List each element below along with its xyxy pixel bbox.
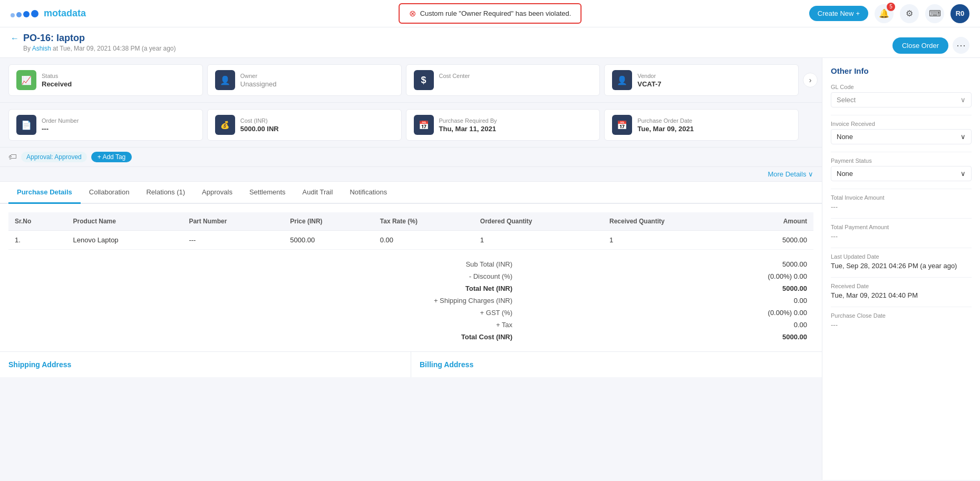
vendor-card[interactable]: 👤 Vendor VCAT-7 [604,64,799,96]
last-updated-date-label: Last Updated Date [831,253,972,260]
tab-approvals[interactable]: Approvals [193,182,241,204]
error-icon: ⊗ [409,8,416,18]
discount-row: - Discount (%) (0.00%) 0.00 [8,270,813,282]
tags-row: 🏷 Approval: Approved + Add Tag [0,148,822,167]
order-number-card[interactable]: 📄 Order Number --- [8,109,203,141]
page-actions: Close Order ⋯ [892,33,969,54]
invoice-received-dropdown[interactable]: None ∨ [831,129,972,144]
page-title-text: PO-16: laptop [23,33,85,44]
col-part-number: Part Number [182,212,284,231]
back-button[interactable]: ← [11,34,19,43]
purchase-order-date-card[interactable]: 📅 Purchase Order Date Tue, Mar 09, 2021 [604,109,799,141]
row-sr-no: 1. [8,231,67,250]
divider-5 [831,248,972,248]
purchase-required-content: Purchase Required By Thu, Mar 11, 2021 [439,117,497,133]
subtitle-by: By [23,45,31,52]
cost-center-label: Cost Center [439,73,470,79]
tab-purchase-details[interactable]: Purchase Details [8,182,81,204]
chevron-down-icon-3: ∨ [960,170,966,178]
row-price: 5000.00 [284,231,374,250]
status-card[interactable]: 📈 Status Received [8,64,203,96]
status-label: Status [42,73,72,79]
plus-icon: + [856,9,860,17]
gear-icon: ⚙ [906,8,913,18]
add-tag-button[interactable]: + Add Tag [91,152,132,162]
settings-button[interactable]: ⚙ [900,4,919,23]
discount-value: (0.00%) 0.00 [519,270,813,282]
page-title: ← PO-16: laptop [11,33,176,44]
purchase-close-date-label: Purchase Close Date [831,312,972,319]
chevron-down-icon: ∨ [960,96,966,104]
total-invoice-amount-label: Total Invoice Amount [831,194,972,201]
cost-inr-card[interactable]: 💰 Cost (INR) 5000.00 INR [207,109,402,141]
shipping-value: 0.00 [519,295,813,307]
purchase-required-icon: 📅 [414,115,434,135]
tag-icon: 🏷 [8,152,17,162]
divider-1 [831,115,972,115]
vendor-value: VCAT-7 [637,80,661,88]
topnav: motadata ⊗ Custom rule "Owner Required" … [0,0,980,27]
payment-status-value: None [837,170,853,178]
cost-center-value [439,80,470,88]
gl-code-value: Select [837,96,856,104]
total-net-label: Total Net (INR) [8,282,519,295]
close-order-button[interactable]: Close Order [892,37,948,54]
info-cards-row1: 📈 Status Received 👤 Owner Unassigned $ C… [0,58,822,103]
avatar-button[interactable]: R0 [950,4,969,23]
divider-4 [831,218,972,219]
order-number-label: Order Number [42,117,79,124]
owner-card[interactable]: 👤 Owner Unassigned [207,64,402,96]
logo-text-dark: mota [44,8,66,18]
right-sidebar: Other Info GL Code Select ∨ Invoice Rece… [822,58,980,480]
payment-status-dropdown[interactable]: None ∨ [831,166,972,181]
tab-settlements[interactable]: Settlements [241,182,294,204]
logo: motadata [11,8,86,19]
purchase-order-date-icon: 📅 [612,115,632,135]
author-link[interactable]: Ashish [32,45,51,52]
nav-right: Create New + 🔔 5 ⚙ ⌨ R0 [809,4,969,23]
total-cost-value: 5000.00 [519,331,813,343]
tab-notifications[interactable]: Notifications [341,182,395,204]
tab-relations[interactable]: Relations (1) [138,182,193,204]
more-details-link[interactable]: More Details ∨ [768,170,813,178]
purchase-required-by-card[interactable]: 📅 Purchase Required By Thu, Mar 11, 2021 [406,109,600,141]
subtotal-label: Sub Total (INR) [8,258,519,270]
create-new-button[interactable]: Create New + [809,6,868,21]
approval-tag[interactable]: Approval: Approved [21,152,87,162]
tab-audit-trail[interactable]: Audit Trail [294,182,342,204]
owner-card-content: Owner Unassigned [240,73,277,88]
cost-center-card[interactable]: $ Cost Center [406,64,600,96]
subtitle-date: at Tue, Mar 09, 2021 04:38 PM (a year ag… [53,45,176,52]
tax-row: + Tax 0.00 [8,319,813,331]
purchase-details-table: Sr.No Product Name Part Number Price (IN… [8,212,813,250]
table-header-row: Sr.No Product Name Part Number Price (IN… [8,212,813,231]
cost-inr-value: 5000.00 INR [240,125,279,133]
cost-inr-label: Cost (INR) [240,117,279,124]
cost-inr-icon: 💰 [215,115,235,135]
col-tax-rate: Tax Rate (%) [374,212,474,231]
row-tax-rate: 0.00 [374,231,474,250]
total-invoice-amount-value: --- [831,203,972,211]
col-price: Price (INR) [284,212,374,231]
received-date-label: Received Date [831,283,972,289]
notifications-button[interactable]: 🔔 5 [875,4,894,23]
info-cards-row2: 📄 Order Number --- 💰 Cost (INR) 5000.00 … [0,103,822,148]
received-date-field: Received Date Tue, Mar 09, 2021 04:40 PM [831,283,972,299]
purchase-order-date-value: Tue, Mar 09, 2021 [637,125,694,133]
tab-collaboration[interactable]: Collaboration [81,182,138,204]
payment-status-field: Payment Status None ∨ [831,158,972,181]
gl-code-field: GL Code Select ∨ [831,84,972,107]
total-net-value: 5000.00 [519,282,813,295]
subtotal-value: 5000.00 [519,258,813,270]
keyboard-icon: ⌨ [929,8,941,18]
order-number-content: Order Number --- [42,117,79,133]
billing-address-section[interactable]: Billing Address [411,352,822,377]
divider-2 [831,152,972,152]
keyboard-button[interactable]: ⌨ [925,4,944,23]
payment-status-label: Payment Status [831,158,972,164]
more-options-button[interactable]: ⋯ [953,37,969,54]
cards-nav-button[interactable]: › [803,73,818,87]
shipping-address-section[interactable]: Shipping Address [0,352,411,377]
vendor-card-content: Vendor VCAT-7 [637,73,661,88]
gl-code-select[interactable]: Select ∨ [831,92,972,107]
